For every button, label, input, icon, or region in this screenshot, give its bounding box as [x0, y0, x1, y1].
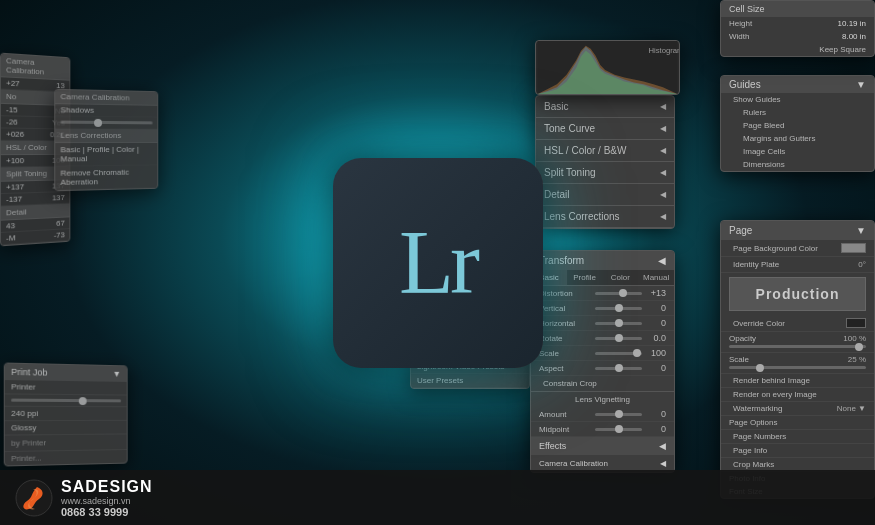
horizontal-slider-row: Horizontal 0 — [531, 316, 674, 331]
panel-print-job: Print Job▼ Printer 240 ppi Glossy by Pri… — [4, 362, 128, 466]
panel-left-mid: Camera Calibration Shadows Lens Correcti… — [54, 89, 158, 191]
panel-page: Page ▼ Page Background Color Identity Pl… — [720, 220, 875, 499]
lens-tabs: Basic Profile Color Manual — [531, 270, 674, 286]
override-color-row: Override Color — [721, 315, 874, 332]
svg-text:Histogram: Histogram — [648, 46, 679, 55]
logo-text-block: SADESIGN www.sadesign.vn 0868 33 9999 — [61, 478, 153, 518]
print-job-label: Print Job — [11, 367, 47, 378]
basic-section[interactable]: Basic ◀ — [536, 96, 674, 118]
show-guides-row: Show Guides — [721, 93, 874, 106]
opacity-row: Opacity 100 % — [721, 332, 874, 353]
camera-calibration-label: Camera Calibration — [1, 54, 70, 81]
lr-logo: Lr — [333, 158, 543, 368]
panel-guides: Guides ▼ Show Guides Rulers Page Bleed M… — [720, 75, 875, 172]
panel-histogram: Histogram — [535, 40, 680, 95]
printer-label: Printer — [11, 382, 35, 391]
height-row: Height 10.19 in — [721, 17, 874, 30]
brand-phone: 0868 33 9999 — [61, 506, 153, 518]
aspect-slider-row: Aspect 0 — [531, 361, 674, 376]
width-row: Width 8.00 in — [721, 30, 874, 43]
tab-color[interactable]: Color — [603, 270, 639, 285]
brand-url: www.sadesign.vn — [61, 496, 153, 506]
distortion-slider-row: Distortion +13 — [531, 286, 674, 301]
constrain-row: Constrain Crop — [531, 376, 674, 391]
transform-header: Transform ◀ — [531, 251, 674, 270]
page-numbers-row: Page Numbers — [721, 430, 874, 444]
panel-cell-size: Cell Size Height 10.19 in Width 8.00 in … — [720, 0, 875, 57]
render-every-row: Render on every Image — [721, 388, 874, 402]
identity-plate-row: Identity Plate 0° — [721, 257, 874, 273]
panel-transform: Transform ◀ Basic Profile Color Manual D… — [530, 250, 675, 473]
rulers-row: Rulers — [721, 106, 874, 119]
guides-header: Guides ▼ — [721, 76, 874, 93]
preset-item-8[interactable]: User Presets — [411, 374, 529, 388]
tab-manual[interactable]: Manual — [638, 270, 674, 285]
page-bleed-row: Page Bleed — [721, 119, 874, 132]
tab-profile[interactable]: Profile — [567, 270, 603, 285]
tone-curve-section[interactable]: Tone Curve ◀ — [536, 118, 674, 140]
lens-vignetting-section: Lens Vignetting — [531, 391, 674, 407]
vertical-slider-row: Vertical 0 — [531, 301, 674, 316]
bottom-bar: SADESIGN www.sadesign.vn 0868 33 9999 — [0, 470, 875, 525]
scale-slider-row: Scale 100 — [531, 346, 674, 361]
panel-develop: Basic ◀ Tone Curve ◀ HSL / Color / B&W ◀… — [535, 95, 675, 229]
production-text-box: Production — [729, 277, 866, 311]
split-toning-section[interactable]: Split Toning ◀ — [536, 162, 674, 184]
sadesign-logo-icon — [15, 479, 53, 517]
lr-logo-text: Lr — [399, 218, 476, 308]
effects-header: Effects ◀ — [531, 437, 674, 455]
dimensions-row: Dimensions — [721, 158, 874, 171]
histogram-svg: Histogram — [536, 41, 679, 94]
bg-color-row: Page Background Color — [721, 240, 874, 257]
midpoint-row: Midpoint 0 — [531, 422, 674, 437]
brand-name: SADESIGN — [61, 478, 153, 496]
lens-corrections-section: Lens Corrections — [55, 129, 157, 143]
rotate-slider-row: Rotate 0.0 — [531, 331, 674, 346]
watermarking-row: Watermarking None ▼ — [721, 402, 874, 416]
page-header: Page ▼ — [721, 221, 874, 240]
keep-square-row: Keep Square — [721, 43, 874, 56]
detail-section-right[interactable]: Detail ◀ — [536, 184, 674, 206]
render-behind-row: Render behind Image — [721, 374, 874, 388]
lens-corrections-section-right[interactable]: Lens Corrections ◀ — [536, 206, 674, 228]
cell-size-header: Cell Size — [721, 1, 874, 17]
sadesign-logo: SADESIGN www.sadesign.vn 0868 33 9999 — [15, 478, 153, 518]
bg-color-swatch[interactable] — [841, 243, 866, 253]
scale-row: Scale 25 % — [721, 353, 874, 374]
margins-row: Margins and Gutters — [721, 132, 874, 145]
override-color-swatch[interactable] — [846, 318, 866, 328]
page-options-row: Page Options — [721, 416, 874, 430]
amount-row: Amount 0 — [531, 407, 674, 422]
page-info-row: Page Info — [721, 444, 874, 458]
hsl-section-right[interactable]: HSL / Color / B&W ◀ — [536, 140, 674, 162]
image-cells-row: Image Cells — [721, 145, 874, 158]
